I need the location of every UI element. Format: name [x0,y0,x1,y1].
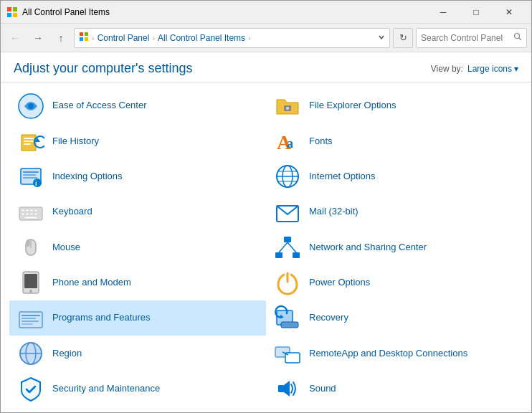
ease-icon [16,92,45,120]
svg-point-8 [515,34,520,39]
svg-line-49 [279,242,288,252]
fonts-icon: Aa [273,127,302,156]
item-ease-of-access[interactable]: Ease of Access Center [9,88,266,123]
address-box[interactable]: › Control Panel › All Control Panel Item… [74,28,390,48]
internet-icon [273,162,302,191]
svg-point-14 [286,107,289,110]
maximize-button[interactable]: □ [460,1,493,24]
svg-rect-3 [13,13,17,17]
svg-rect-35 [30,209,33,212]
item-internet-options[interactable]: Internet Options [266,159,523,194]
keyboard-icon [16,198,45,227]
folder-gear-icon [273,92,302,120]
item-mail-32bit[interactable]: Mail (32-bit) [266,194,523,229]
svg-rect-36 [34,209,37,212]
forward-button[interactable]: → [28,28,48,48]
svg-rect-1 [13,7,17,11]
item-security-maintenance[interactable]: Security and Maintenance [9,371,266,407]
item-sound[interactable]: Sound [266,371,523,407]
svg-rect-5 [85,32,88,36]
item-keyboard[interactable]: Keyboard [9,194,266,229]
item-remoteapp[interactable]: RemoteApp and Desktop Connections [266,336,523,371]
search-box[interactable] [416,28,527,48]
svg-rect-52 [24,274,37,288]
item-network-sharing[interactable]: Network and Sharing Center [266,229,523,265]
svg-text:a: a [287,136,293,151]
window-title: All Control Panel Items [22,7,427,17]
close-button[interactable]: ✕ [493,1,526,24]
item-power-options[interactable]: Power Options [266,265,523,300]
item-label-file-explorer-options: File Explorer Options [309,100,396,112]
svg-rect-40 [34,213,37,215]
svg-rect-39 [30,213,33,215]
item-label-remoteapp: RemoteApp and Desktop Connections [309,348,467,360]
svg-rect-4 [80,32,83,36]
region-icon [16,339,45,368]
up-button[interactable]: ↑ [51,28,71,48]
svg-rect-24 [23,177,37,179]
svg-line-50 [288,242,296,252]
phone-icon [16,268,45,297]
main-window: All Control Panel Items ─ □ ✕ ← → ↑ › Co… [0,0,532,413]
svg-rect-48 [293,252,300,258]
svg-rect-34 [26,209,29,212]
breadcrumb-sep1: › [92,34,95,42]
address-dropdown[interactable] [378,33,385,43]
item-label-power-options: Power Options [309,277,370,289]
item-region[interactable]: Region [9,336,266,371]
svg-rect-59 [22,323,33,325]
item-label-sound: Sound [309,383,336,395]
item-phone-modem[interactable]: Phone and Modem [9,265,266,300]
minimize-button[interactable]: ─ [427,1,460,24]
item-mouse[interactable]: Mouse [9,229,266,265]
breadcrumb-all-items[interactable]: All Control Panel Items [158,33,245,43]
view-by-value[interactable]: Large icons ▾ [467,64,518,74]
item-label-mail-32bit: Mail (32-bit) [309,206,358,218]
svg-rect-57 [22,318,36,319]
svg-rect-56 [22,315,40,316]
svg-rect-7 [85,37,88,41]
network-icon [273,233,302,262]
back-button[interactable]: ← [5,28,25,48]
svg-rect-33 [22,209,24,212]
remote-icon [273,339,302,368]
item-label-fonts: Fonts [309,136,333,148]
svg-rect-38 [26,213,29,215]
security-icon [16,374,45,403]
item-indexing-options[interactable]: iIndexing Options [9,159,266,194]
content-header: Adjust your computer's settings View by:… [1,52,531,82]
recovery-icon [273,304,302,333]
svg-rect-0 [7,7,11,11]
file-history-icon [16,127,45,156]
svg-point-25 [33,179,42,187]
item-programs-features[interactable]: Programs and Features [9,300,266,336]
item-label-ease-of-access: Ease of Access Center [52,100,147,112]
item-fonts[interactable]: AaFonts [266,123,523,158]
view-by-control: View by: Large icons ▾ [431,64,518,74]
item-label-region: Region [52,348,82,360]
item-file-history[interactable]: File History [9,123,266,158]
breadcrumb-sep2: › [152,34,155,42]
item-label-recovery: Recovery [309,312,348,324]
window-controls: ─ □ ✕ [427,1,526,24]
svg-rect-23 [23,174,36,176]
breadcrumb-control-panel[interactable]: Control Panel [98,33,150,43]
item-label-mouse: Mouse [52,242,80,254]
svg-rect-58 [22,321,39,322]
svg-marker-71 [284,381,290,397]
svg-point-53 [29,290,32,293]
address-bar: ← → ↑ › Control Panel › All Control Pane… [1,24,531,52]
item-recovery[interactable]: Recovery [266,300,523,336]
svg-rect-70 [278,385,284,392]
power-icon [273,268,302,297]
svg-point-12 [28,103,34,109]
refresh-button[interactable]: ↻ [393,28,413,48]
breadcrumb-windows-icon [79,32,89,44]
item-label-network-sharing: Network and Sharing Center [309,242,427,254]
search-input[interactable] [421,33,510,43]
item-label-file-history: File History [52,136,99,148]
mouse-icon [16,233,45,262]
indexing-icon: i [16,162,45,191]
item-file-explorer-options[interactable]: File Explorer Options [266,88,523,123]
title-bar: All Control Panel Items ─ □ ✕ [1,1,531,24]
